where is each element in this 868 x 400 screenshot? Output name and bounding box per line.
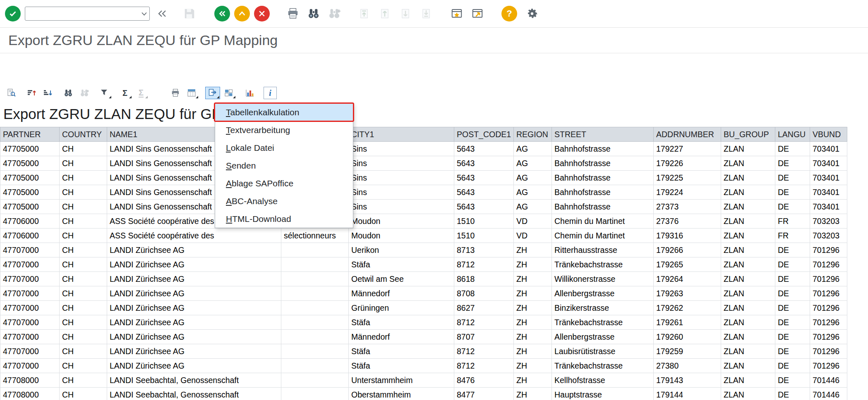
cell[interactable]: Stäfa bbox=[349, 359, 454, 373]
cell[interactable]: 8708 bbox=[454, 286, 514, 301]
cell[interactable]: 179263 bbox=[654, 286, 721, 301]
cell[interactable]: 47708000 bbox=[0, 388, 60, 400]
cell[interactable]: LANDI Zürichsee AG bbox=[107, 257, 281, 272]
cell[interactable]: LANDI Zürichsee AG bbox=[107, 344, 281, 359]
cell[interactable]: 8707 bbox=[454, 330, 514, 344]
cell[interactable]: 8712 bbox=[454, 315, 514, 330]
cell[interactable]: 8712 bbox=[454, 359, 514, 373]
cell[interactable]: Allenbergstrasse bbox=[552, 330, 654, 344]
cell[interactable] bbox=[281, 388, 349, 400]
find-next-button[interactable] bbox=[326, 5, 343, 22]
cell[interactable] bbox=[281, 330, 349, 344]
cell[interactable]: Bahnhofstrasse bbox=[552, 200, 654, 214]
cell[interactable]: 1510 bbox=[454, 229, 514, 243]
cell[interactable]: 47707000 bbox=[0, 359, 60, 373]
cell[interactable]: 27373 bbox=[654, 200, 721, 214]
cell[interactable]: Stäfa bbox=[349, 315, 454, 330]
info-button[interactable]: i bbox=[264, 87, 277, 99]
cell[interactable]: CH bbox=[60, 315, 107, 330]
cell[interactable] bbox=[281, 301, 349, 315]
cell[interactable]: 179259 bbox=[654, 344, 721, 359]
cell[interactable]: Männedorf bbox=[349, 330, 454, 344]
cell[interactable]: ZH bbox=[514, 286, 552, 301]
cell[interactable]: VD bbox=[514, 214, 552, 229]
cell[interactable]: DE bbox=[775, 200, 810, 214]
column-header[interactable]: PARTNER bbox=[0, 127, 60, 142]
cell[interactable]: 47705000 bbox=[0, 185, 60, 200]
cell[interactable]: ZLAN bbox=[721, 214, 775, 229]
graphic-button[interactable] bbox=[242, 87, 257, 99]
cell[interactable]: 1510 bbox=[454, 214, 514, 229]
cell[interactable]: CH bbox=[60, 229, 107, 243]
menu-item-ablage-sapoffice[interactable]: Ablage SAPoffice bbox=[215, 174, 353, 192]
cell[interactable]: Moudon bbox=[349, 214, 454, 229]
cell[interactable]: 701296 bbox=[810, 301, 847, 315]
details-button[interactable] bbox=[4, 87, 19, 99]
export-button[interactable] bbox=[205, 87, 220, 99]
first-page-button[interactable] bbox=[356, 5, 372, 22]
cell[interactable]: 179143 bbox=[654, 373, 721, 388]
cell[interactable]: LANDI Seebachtal, Genossenschaft bbox=[107, 388, 281, 400]
cell[interactable]: CH bbox=[60, 272, 107, 286]
cell[interactable]: LANDI Zürichsee AG bbox=[107, 272, 281, 286]
cell[interactable]: ZH bbox=[514, 344, 552, 359]
cell[interactable]: Ritterhausstrasse bbox=[552, 243, 654, 257]
column-header[interactable]: POST_CODE1 bbox=[454, 127, 514, 142]
cell[interactable]: 47708000 bbox=[0, 373, 60, 388]
cell[interactable] bbox=[281, 272, 349, 286]
cell[interactable]: CH bbox=[60, 344, 107, 359]
cell[interactable]: ZLAN bbox=[721, 200, 775, 214]
cell[interactable]: 179260 bbox=[654, 330, 721, 344]
cell[interactable]: DE bbox=[775, 156, 810, 171]
chevron-down-icon[interactable] bbox=[139, 10, 149, 17]
cell[interactable]: 47707000 bbox=[0, 286, 60, 301]
cell[interactable]: 703401 bbox=[810, 156, 847, 171]
column-header[interactable]: VBUND bbox=[810, 127, 847, 142]
print-button[interactable] bbox=[285, 5, 301, 22]
cell[interactable]: 703203 bbox=[810, 214, 847, 229]
cell[interactable] bbox=[281, 257, 349, 272]
cell[interactable]: LANDI Zürichsee AG bbox=[107, 286, 281, 301]
sum-button[interactable]: Σ bbox=[117, 87, 132, 99]
cell[interactable]: Hauptstrasse bbox=[552, 388, 654, 400]
cell[interactable]: 703401 bbox=[810, 185, 847, 200]
cell[interactable]: 47707000 bbox=[0, 344, 60, 359]
cell[interactable]: 5643 bbox=[454, 200, 514, 214]
cell[interactable]: LANDI Seebachtal, Genossenschaft bbox=[107, 373, 281, 388]
cell[interactable]: 47707000 bbox=[0, 257, 60, 272]
cell[interactable]: 701296 bbox=[810, 359, 847, 373]
collapse-toolbar-icon[interactable] bbox=[154, 5, 170, 22]
cell[interactable]: 5643 bbox=[454, 171, 514, 185]
cell[interactable]: Bahnhofstrasse bbox=[552, 142, 654, 156]
cell[interactable]: AG bbox=[514, 200, 552, 214]
cell[interactable]: Oetwil am See bbox=[349, 272, 454, 286]
cell[interactable]: 47707000 bbox=[0, 243, 60, 257]
menu-item-lokale-datei[interactable]: Lokale Datei bbox=[215, 139, 353, 157]
cell[interactable]: CH bbox=[60, 301, 107, 315]
cell[interactable]: Uerikon bbox=[349, 243, 454, 257]
command-input[interactable] bbox=[25, 8, 139, 19]
cell[interactable]: ZH bbox=[514, 243, 552, 257]
cell[interactable]: ZH bbox=[514, 257, 552, 272]
customize-button[interactable] bbox=[524, 5, 540, 22]
cell[interactable]: DE bbox=[775, 257, 810, 272]
cell[interactable]: 703401 bbox=[810, 171, 847, 185]
cell[interactable]: Kellhofstrasse bbox=[552, 373, 654, 388]
cell[interactable]: Willikonerstrasse bbox=[552, 272, 654, 286]
cell[interactable]: ZLAN bbox=[721, 243, 775, 257]
cell[interactable]: 5643 bbox=[454, 185, 514, 200]
menu-item-abc-analyse[interactable]: ABC-Analyse bbox=[215, 192, 353, 210]
choose-layout-button[interactable] bbox=[221, 87, 236, 99]
cell[interactable]: ZH bbox=[514, 359, 552, 373]
cell[interactable]: ZLAN bbox=[721, 301, 775, 315]
create-shortcut-button[interactable] bbox=[469, 5, 486, 22]
cell[interactable]: Bahnhofstrasse bbox=[552, 185, 654, 200]
column-header[interactable]: STREET bbox=[552, 127, 654, 142]
cell[interactable]: 8712 bbox=[454, 344, 514, 359]
cell[interactable]: DE bbox=[775, 272, 810, 286]
cell[interactable]: 701296 bbox=[810, 286, 847, 301]
cell[interactable]: DE bbox=[775, 243, 810, 257]
cell[interactable]: ZLAN bbox=[721, 229, 775, 243]
cell[interactable]: LANDI Zürichsee AG bbox=[107, 359, 281, 373]
cell[interactable] bbox=[281, 243, 349, 257]
